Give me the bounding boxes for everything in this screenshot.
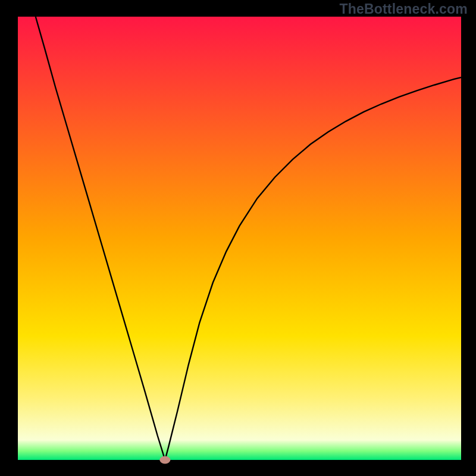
bottleneck-chart <box>0 0 476 476</box>
plot-background <box>18 17 461 460</box>
chart-frame: TheBottleneck.com <box>0 0 476 476</box>
optimal-point-marker <box>159 456 170 464</box>
